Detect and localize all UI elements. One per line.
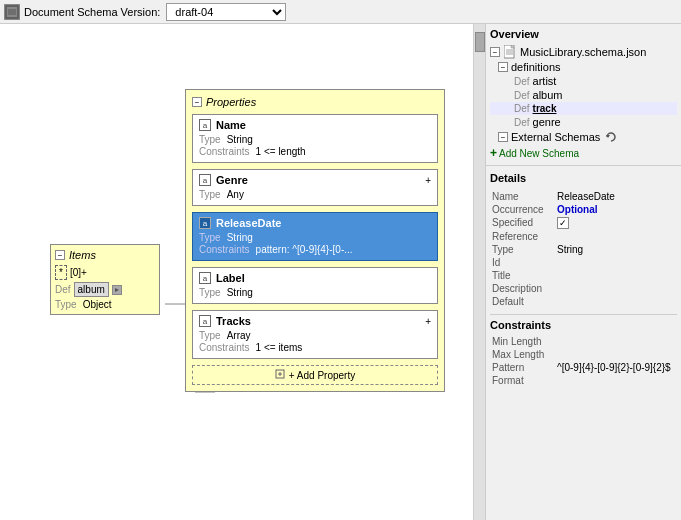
tracks-constraints-row: Constraints 1 <= items xyxy=(199,342,431,353)
ref-star: * xyxy=(59,267,63,278)
constraint-format-val xyxy=(555,374,677,387)
name-card-icon: a xyxy=(199,119,211,131)
tracks-prop-card[interactable]: a Tracks + Type Array Constraints 1 <= i… xyxy=(192,310,438,359)
label-card-header: a Label xyxy=(199,272,431,284)
genre-plus-btn[interactable]: + xyxy=(425,175,431,186)
definitions-label: definitions xyxy=(511,61,561,73)
tree-root-file[interactable]: − MusicLibrary.schema.json xyxy=(490,44,677,60)
label-card-name: Label xyxy=(216,272,245,284)
constraint-pattern-val: ^[0-9]{4}-[0-9]{2}-[0-9]{2}$ xyxy=(555,361,677,374)
schema-version-select[interactable]: draft-04 xyxy=(166,3,286,21)
items-ref-row: * [0]+ xyxy=(55,265,155,280)
overview-section: Overview − MusicLibrary.schema.json xyxy=(486,24,681,166)
external-schemas-expand-btn[interactable]: − xyxy=(498,132,508,142)
constraint-pattern-key: Pattern xyxy=(490,361,555,374)
detail-type-val: String xyxy=(555,243,677,256)
main-area: − Items * [0]+ Def album Ty xyxy=(0,24,681,520)
genre-card-icon: a xyxy=(199,174,211,186)
detail-type-key: Type xyxy=(490,243,555,256)
items-label: Items xyxy=(69,249,96,261)
toolbar-icon xyxy=(4,4,20,20)
genre-type-key: Type xyxy=(199,189,221,200)
constraint-format-row: Format xyxy=(490,374,677,387)
def-genre-item[interactable]: Def genre xyxy=(490,115,677,129)
properties-box: − Properties a Name Type String Constrai… xyxy=(185,89,445,392)
name-constraints-key: Constraints xyxy=(199,146,250,157)
items-box-header: − Items xyxy=(55,249,155,261)
genre-card-header: a Genre + xyxy=(199,174,431,186)
add-schema-btn[interactable]: + Add New Schema xyxy=(490,145,677,161)
add-property-btn[interactable]: + Add Property xyxy=(192,365,438,385)
items-type-val: Object xyxy=(83,299,112,310)
svg-marker-4 xyxy=(115,288,119,292)
constraint-minlength-row: Min Length xyxy=(490,335,677,348)
items-arrow-icon xyxy=(112,285,122,295)
releasedate-prop-card[interactable]: a ReleaseDate Type String Constraints pa… xyxy=(192,212,438,261)
tracks-card-icon: a xyxy=(199,315,211,327)
tracks-constraints-val: 1 <= items xyxy=(256,342,303,353)
def-artist-item[interactable]: Def artist xyxy=(490,74,677,88)
label-prop-card[interactable]: a Label Type String xyxy=(192,267,438,304)
name-prop-card[interactable]: a Name Type String Constraints 1 <= leng… xyxy=(192,114,438,163)
detail-title-key: Title xyxy=(490,269,555,282)
constraint-format-key: Format xyxy=(490,374,555,387)
properties-collapse-btn[interactable]: − xyxy=(192,97,202,107)
definitions-item[interactable]: − definitions xyxy=(490,60,677,74)
detail-id-row: Id xyxy=(490,256,677,269)
items-ref-label: [0]+ xyxy=(70,267,87,278)
detail-default-row: Default xyxy=(490,295,677,308)
items-def-name[interactable]: album xyxy=(74,282,109,297)
items-type-key: Type xyxy=(55,299,77,310)
def-genre-prefix: Def xyxy=(514,117,530,128)
releasedate-type-key: Type xyxy=(199,232,221,243)
properties-label: Properties xyxy=(206,96,256,108)
properties-header: − Properties xyxy=(192,96,438,108)
detail-id-val xyxy=(555,256,677,269)
refresh-icon[interactable] xyxy=(604,130,618,144)
tracks-plus-btn[interactable]: + xyxy=(425,316,431,327)
scroll-thumb[interactable] xyxy=(475,32,485,52)
add-schema-plus-icon: + xyxy=(490,146,497,160)
def-genre-name: genre xyxy=(533,116,561,128)
detail-reference-val xyxy=(555,230,677,243)
items-collapse-btn[interactable]: − xyxy=(55,250,65,260)
constraints-table: Min Length Max Length Pattern ^[0-9]{4}-… xyxy=(490,335,677,387)
canvas-area[interactable]: − Items * [0]+ Def album Ty xyxy=(0,24,486,520)
def-track-item[interactable]: Def track xyxy=(490,102,677,115)
detail-title-row: Title xyxy=(490,269,677,282)
genre-prop-card[interactable]: a Genre + Type Any xyxy=(192,169,438,206)
name-type-row: Type String xyxy=(199,134,431,145)
definitions-expand-btn[interactable]: − xyxy=(498,62,508,72)
releasedate-type-row: Type String xyxy=(199,232,431,243)
releasedate-card-header: a ReleaseDate xyxy=(199,217,431,229)
releasedate-constraints-key: Constraints xyxy=(199,244,250,255)
external-schemas-item[interactable]: − External Schemas xyxy=(490,129,677,145)
name-card-name: Name xyxy=(216,119,246,131)
genre-card-name: Genre xyxy=(216,174,248,186)
constraint-maxlength-key: Max Length xyxy=(490,348,555,361)
label-type-val: String xyxy=(227,287,253,298)
right-panel: Overview − MusicLibrary.schema.json xyxy=(486,24,681,520)
canvas-scrollbar[interactable] xyxy=(473,24,485,520)
def-track-prefix: Def xyxy=(514,103,530,114)
label-card-icon: a xyxy=(199,272,211,284)
def-album-item[interactable]: Def album xyxy=(490,88,677,102)
constraint-minlength-val xyxy=(555,335,677,348)
detail-description-val xyxy=(555,282,677,295)
root-expand-btn[interactable]: − xyxy=(490,47,500,57)
detail-type-row: Type String xyxy=(490,243,677,256)
def-artist-prefix: Def xyxy=(514,76,530,87)
detail-title-val xyxy=(555,269,677,282)
releasedate-constraints-row: Constraints pattern: ^[0-9]{4}-[0-... xyxy=(199,244,431,255)
name-type-val: String xyxy=(227,134,253,145)
detail-specified-val[interactable]: ✓ xyxy=(555,216,677,230)
items-type-row: Type Object xyxy=(55,299,155,310)
tracks-card-header: a Tracks + xyxy=(199,315,431,327)
detail-reference-key: Reference xyxy=(490,230,555,243)
genre-type-val: Any xyxy=(227,189,244,200)
specified-checkbox[interactable]: ✓ xyxy=(557,217,569,229)
releasedate-type-val: String xyxy=(227,232,253,243)
releasedate-card-icon: a xyxy=(199,217,211,229)
detail-name-key: Name xyxy=(490,190,555,203)
file-icon xyxy=(503,45,517,59)
